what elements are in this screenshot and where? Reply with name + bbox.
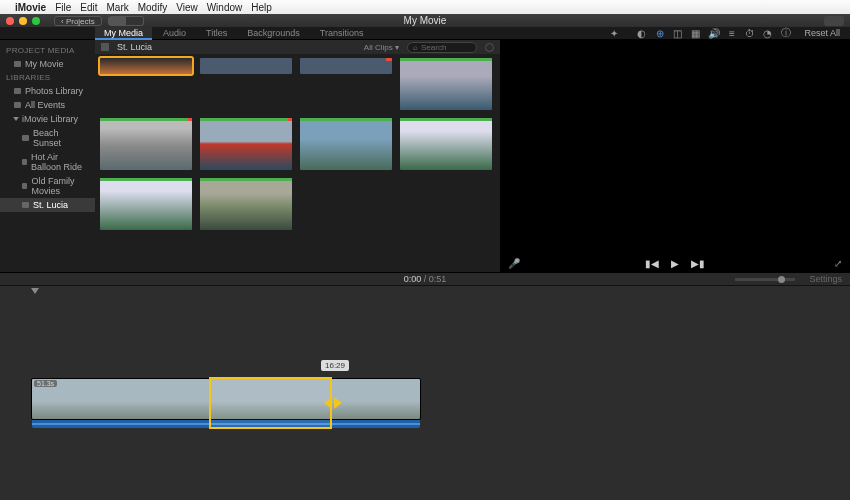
tab-transitions[interactable]: Transitions (311, 27, 373, 40)
preview-canvas[interactable] (500, 40, 850, 272)
content-tabs-row: My Media Audio Titles Backgrounds Transi… (0, 27, 850, 40)
sidebar-item-imovie-library[interactable]: iMovie Library (0, 112, 95, 126)
timeline-clip-wrap: 16:29 51.3s (31, 378, 421, 420)
mac-menubar: iMovie File Edit Mark Modify View Window… (0, 0, 850, 14)
clip-thumb[interactable] (200, 58, 292, 74)
browser-options-icon[interactable] (485, 43, 494, 52)
sidebar-event-balloon[interactable]: Hot Air Balloon Ride (0, 150, 95, 174)
timeline[interactable]: 16:29 51.3s (0, 286, 850, 500)
fullscreen-icon[interactable]: ⤢ (834, 258, 842, 269)
menu-mark[interactable]: Mark (106, 2, 128, 13)
timeline-clip[interactable]: 51.3s (31, 378, 421, 420)
grid-view-icon[interactable] (101, 43, 109, 51)
content-tabs: My Media Audio Titles Backgrounds Transi… (95, 27, 372, 40)
tab-my-media[interactable]: My Media (95, 27, 152, 40)
clip-duration-label: 51.3s (34, 380, 57, 387)
menu-modify[interactable]: Modify (138, 2, 167, 13)
trim-right-icon (334, 397, 342, 409)
zoom-slider[interactable] (735, 278, 795, 281)
playback-controls: ▮◀ ▶ ▶▮ (645, 258, 705, 269)
tab-titles[interactable]: Titles (197, 27, 236, 40)
sidebar-section-libraries: LIBRARIES (0, 71, 95, 84)
reset-all-button[interactable]: Reset All (804, 28, 840, 38)
menu-app[interactable]: iMovie (15, 2, 46, 13)
share-button[interactable] (824, 16, 844, 26)
clip-thumb[interactable] (100, 178, 192, 230)
clip-thumb[interactable] (100, 118, 192, 170)
menu-help[interactable]: Help (251, 2, 272, 13)
info-icon[interactable]: ⓘ (780, 28, 791, 39)
library-sidebar: PROJECT MEDIA My Movie LIBRARIES Photos … (0, 40, 95, 272)
color-correction-icon[interactable]: ⊕ (654, 28, 665, 39)
clip-filter-icon[interactable]: ◔ (762, 28, 773, 39)
traffic-lights (6, 17, 40, 25)
playhead-time: 0:00 / 0:51 (404, 274, 447, 284)
clip-filter-dropdown[interactable]: All Clips ▾ (364, 43, 399, 52)
view-mode-toggle[interactable] (108, 16, 144, 26)
clip-thumb[interactable] (400, 58, 492, 110)
playhead-time-badge: 16:29 (321, 360, 349, 371)
prev-frame-button[interactable]: ▮◀ (645, 258, 659, 269)
sidebar-event-old-movies[interactable]: Old Family Movies (0, 174, 95, 198)
range-selection[interactable] (209, 377, 332, 429)
search-input[interactable]: ⌕ Search (407, 42, 477, 53)
clip-thumb[interactable] (200, 178, 292, 230)
menu-window[interactable]: Window (207, 2, 243, 13)
trim-left-icon (324, 397, 332, 409)
next-frame-button[interactable]: ▶▮ (691, 258, 705, 269)
volume-icon[interactable]: 🔊 (708, 28, 719, 39)
speed-icon[interactable]: ⏱ (744, 28, 755, 39)
stabilize-icon[interactable]: ▦ (690, 28, 701, 39)
sidebar-item-photos-library[interactable]: Photos Library (0, 84, 95, 98)
close-window-button[interactable] (6, 17, 14, 25)
trim-handle[interactable] (324, 397, 342, 409)
crop-icon[interactable]: ◫ (672, 28, 683, 39)
menu-edit[interactable]: Edit (80, 2, 97, 13)
sidebar-event-beach-sunset[interactable]: Beach Sunset (0, 126, 95, 150)
menu-file[interactable]: File (55, 2, 71, 13)
color-balance-icon[interactable]: ◐ (636, 28, 647, 39)
minimize-window-button[interactable] (19, 17, 27, 25)
sidebar-item-all-events[interactable]: All Events (0, 98, 95, 112)
time-strip: 0:00 / 0:51 Settings (0, 272, 850, 286)
project-title: My Movie (404, 15, 447, 26)
browser-header: St. Lucia All Clips ▾ ⌕ Search (95, 40, 500, 54)
playhead-icon[interactable] (31, 288, 39, 294)
noise-reduction-icon[interactable]: ≡ (726, 28, 737, 39)
tab-backgrounds[interactable]: Backgrounds (238, 27, 309, 40)
clip-thumb[interactable] (300, 118, 392, 170)
sidebar-section-project-media: PROJECT MEDIA (0, 44, 95, 57)
clip-thumb[interactable] (400, 118, 492, 170)
fullscreen-window-button[interactable] (32, 17, 40, 25)
browser-breadcrumb: St. Lucia (117, 42, 152, 52)
sidebar-item-project[interactable]: My Movie (0, 57, 95, 71)
clip-thumb[interactable] (200, 118, 292, 170)
menu-view[interactable]: View (176, 2, 198, 13)
media-browser: St. Lucia All Clips ▾ ⌕ Search (95, 40, 500, 272)
play-button[interactable]: ▶ (671, 258, 679, 269)
preview-panel: 🎤 ▮◀ ▶ ▶▮ ⤢ (500, 40, 850, 272)
sidebar-event-st-lucia[interactable]: St. Lucia (0, 198, 95, 212)
magic-wand-icon[interactable]: ✦ (607, 28, 621, 39)
window-titlebar: ‹ Projects My Movie (0, 14, 850, 27)
clip-thumbnails (95, 54, 500, 234)
clip-thumb[interactable] (300, 58, 392, 74)
back-projects-button[interactable]: ‹ Projects (54, 16, 102, 26)
clip-thumb[interactable] (100, 58, 192, 74)
voiceover-icon[interactable]: 🎤 (508, 258, 520, 269)
tab-audio[interactable]: Audio (154, 27, 195, 40)
timeline-settings-button[interactable]: Settings (809, 274, 842, 284)
